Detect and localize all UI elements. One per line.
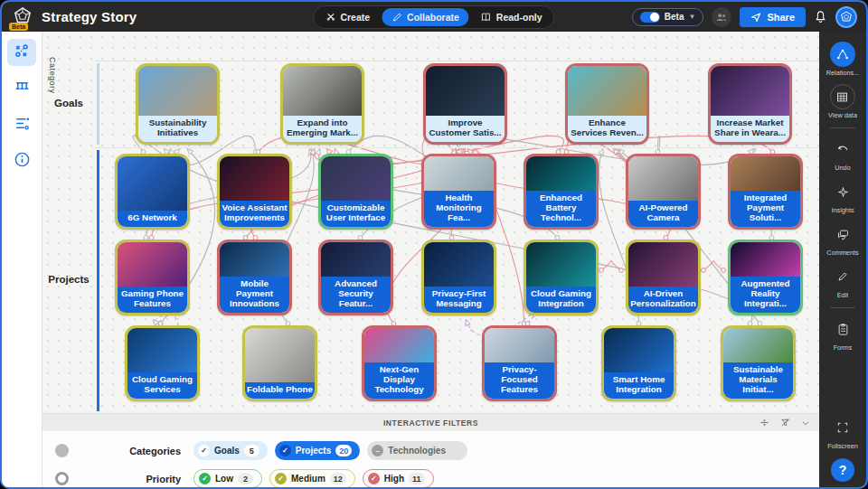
people-icon: [715, 11, 728, 24]
node-card-q2[interactable]: Mobile Payment Innovations: [217, 240, 292, 315]
node-card-g3[interactable]: Improve Customer Satis...: [423, 63, 507, 145]
toggle-switch[interactable]: [640, 12, 660, 23]
filter-chip-high[interactable]: ✓ High 11: [363, 469, 434, 488]
node-thumbnail: [283, 66, 362, 116]
node-card-g1[interactable]: Sustainability Initiatives: [136, 63, 220, 145]
node-label: Cloud Gaming Services: [127, 372, 197, 399]
sidebar-divider: [830, 127, 855, 128]
filter-chip-projects[interactable]: ✓ Projects 20: [275, 441, 360, 460]
align-center-icon[interactable]: [760, 418, 769, 428]
node-card-r3[interactable]: Next-Gen Display Technology: [362, 325, 437, 401]
node-label: Improve Customer Satis...: [426, 116, 505, 142]
collaborate-mode-button[interactable]: Collaborate: [382, 8, 469, 26]
strategy-canvas[interactable]: Category GoalsProjects Sustainability In…: [42, 32, 819, 413]
node-card-r1[interactable]: Cloud Gaming Services: [125, 325, 200, 401]
undo-icon: [830, 136, 855, 162]
node-card-r4[interactable]: Privacy-Focused Features: [482, 325, 557, 401]
node-label: Expand into Emerging Mark...: [283, 116, 362, 142]
header-divider: [95, 61, 819, 61]
filters-title: INTERACTIVE FILTERS: [383, 418, 478, 428]
node-label: Increase Market Share in Weara...: [711, 116, 789, 142]
node-thumbnail: [321, 242, 391, 277]
node-card-r5[interactable]: Smart Home Integration: [601, 325, 676, 401]
projects-band-line: [97, 150, 99, 411]
node-thumbnail: [426, 66, 505, 116]
node-card-p5[interactable]: Enhanced Battery Technol...: [524, 154, 599, 230]
node-thumbnail: [723, 328, 793, 362]
node-thumbnail: [526, 156, 596, 191]
node-card-q7[interactable]: Augmented Reality Integrati...: [728, 240, 803, 315]
tool-forms[interactable]: Forms: [830, 314, 855, 354]
tool-fullscreen[interactable]: Fullscreen: [827, 412, 858, 453]
sparkle-icon: [830, 179, 855, 204]
read-only-mode-button[interactable]: Read-only: [471, 8, 552, 26]
strategy-map-icon: [13, 42, 31, 63]
right-sidebar: Relations...View dataUndoInsightsComment…: [819, 32, 866, 487]
sidebar-item-hierarchy[interactable]: [7, 75, 36, 102]
node-card-p7[interactable]: Integrated Payment Soluti...: [728, 154, 803, 230]
node-thumbnail: [220, 156, 289, 201]
node-card-q4[interactable]: Privacy-First Messaging: [421, 240, 496, 315]
tool-relations-[interactable]: Relations...: [826, 39, 860, 80]
tool-view-data[interactable]: View data: [828, 81, 857, 122]
node-label: Cloud Gaming Integration: [526, 287, 596, 313]
node-label: Sustainability Initiatives: [138, 116, 217, 142]
node-card-g4[interactable]: Enhance Services Reven...: [565, 63, 649, 145]
node-card-p6[interactable]: AI-Powered Camera: [626, 154, 701, 230]
node-card-p2[interactable]: Voice Assistant Improvements: [217, 154, 292, 230]
tool-comments[interactable]: Comments: [826, 219, 858, 259]
tool-undo[interactable]: Undo: [830, 134, 855, 174]
node-thumbnail: [526, 242, 596, 287]
node-card-q1[interactable]: Gaming Phone Features: [115, 240, 190, 315]
row-label-projects: Projects: [42, 274, 95, 285]
filter-radio-categories[interactable]: [55, 444, 69, 457]
node-thumbnail: [731, 156, 800, 191]
node-thumbnail: [711, 66, 789, 116]
share-label: Share: [767, 12, 795, 23]
node-card-r6[interactable]: Sustainable Materials Initiat...: [721, 325, 796, 401]
count-badge: 20: [335, 445, 352, 456]
count-badge: 12: [330, 473, 346, 484]
sidebar-item-info[interactable]: [7, 147, 36, 174]
node-card-g5[interactable]: Increase Market Share in Weara...: [708, 63, 792, 145]
node-card-p3[interactable]: Customizable User Interface: [318, 154, 393, 230]
filter-chip-medium[interactable]: ✓ Medium 12: [269, 469, 355, 488]
node-card-p1[interactable]: 6G Network: [115, 154, 190, 230]
tool-insights[interactable]: Insights: [830, 176, 855, 217]
node-thumbnail: [245, 328, 315, 382]
node-card-q6[interactable]: AI-Driven Personalization: [626, 240, 701, 315]
collaborators-button[interactable]: [712, 7, 731, 27]
create-mode-button[interactable]: Create: [316, 8, 380, 26]
node-card-r2[interactable]: Foldable Phone: [242, 325, 317, 401]
app-window: Beta Strategy Story CreateCollaborateRea…: [0, 0, 868, 489]
help-button[interactable]: ?: [831, 458, 854, 482]
filter-radio-priority[interactable]: [55, 472, 69, 485]
bell-icon: [814, 10, 827, 24]
node-card-p4[interactable]: Health Monitoring Fea...: [421, 154, 496, 230]
count-badge: 5: [244, 445, 259, 456]
filter-row-priority: Priority ✓ Low 2 ✓ Medium 12 ✓ High 11: [42, 465, 819, 489]
avatar[interactable]: [835, 6, 857, 28]
node-card-g2[interactable]: Expand into Emerging Mark...: [280, 63, 364, 145]
filter-chip-goals[interactable]: ✓ Goals 5: [193, 441, 268, 460]
node-label: Augmented Reality Integrati...: [731, 277, 800, 313]
page-title: Strategy Story: [42, 9, 137, 24]
clipboard-icon: [830, 316, 855, 342]
sidebar-item-list-settings[interactable]: [7, 111, 36, 138]
tool-edit[interactable]: Edit: [830, 261, 855, 302]
node-card-q5[interactable]: Cloud Gaming Integration: [524, 240, 599, 315]
check-icon: ✓: [198, 445, 210, 456]
collapse-chevron-icon[interactable]: [801, 418, 810, 428]
hierarchy-icon: [14, 79, 31, 99]
beta-toggle[interactable]: Beta ▼: [632, 8, 704, 26]
share-button[interactable]: Share: [740, 7, 806, 27]
notifications-button[interactable]: [814, 10, 827, 24]
filter-chip-low[interactable]: ✓ Low 2: [193, 469, 262, 488]
sidebar-divider: [830, 307, 855, 308]
fullscreen-icon: [830, 415, 855, 440]
filters-header: INTERACTIVE FILTERS: [42, 414, 819, 431]
sidebar-item-strategy-map[interactable]: [7, 39, 36, 66]
filter-chip-technologies[interactable]: – Technologies: [367, 441, 467, 460]
filter-off-icon[interactable]: [780, 418, 790, 428]
node-card-q3[interactable]: Advanced Security Featur...: [318, 240, 393, 315]
